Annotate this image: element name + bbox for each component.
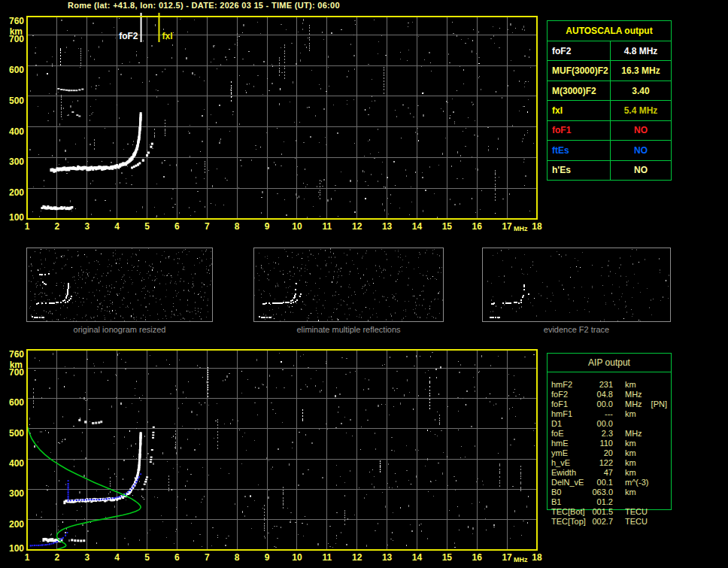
- aip-label: Ewidth: [551, 468, 589, 477]
- aip-unit: km: [613, 468, 636, 477]
- autoscala-row-M(3000)F2: M(3000)F23.40: [548, 80, 671, 100]
- x-tick-label: 2: [55, 221, 60, 232]
- aip-label: h_vE: [551, 458, 589, 467]
- aip-value: 04.8: [589, 390, 613, 399]
- aip-label: ymE: [551, 448, 589, 457]
- x-tick-label: 6: [174, 552, 180, 563]
- autoscala-row-value: 5.4 MHz: [611, 101, 671, 120]
- aip-row-TEC[Bot]: TEC[Bot]001.5TECU: [551, 506, 724, 516]
- autoscala-table-rows: foF24.8 MHzMUF(3000)F216.3 MHzM(3000)F23…: [548, 41, 671, 180]
- marker-label-fxI: fxI: [162, 31, 172, 41]
- aip-value: 47: [589, 468, 613, 477]
- x-tick-label: 14: [412, 221, 423, 232]
- aip-row-TEC[Top]: TEC[Top]002.7TECU: [551, 516, 724, 526]
- aip-unit: km: [613, 380, 636, 389]
- x-tick-label: 11: [322, 552, 332, 563]
- aip-value: 122: [589, 458, 613, 467]
- autoscala-row-h'Es: h'EsNO: [548, 160, 671, 180]
- autoscala-row-ftEs: ftEsNO: [548, 140, 671, 159]
- y-tick-label: 100: [9, 212, 24, 223]
- aip-value: 01.2: [589, 497, 613, 506]
- aip-header: AIP output: [548, 354, 671, 372]
- y-tick-label: 300: [9, 156, 24, 167]
- x-tick-label: 16: [472, 552, 483, 563]
- autoscala-row-MUF(3000)F2: MUF(3000)F216.3 MHz: [548, 60, 671, 80]
- x-tick-label: 16: [472, 221, 483, 232]
- x-tick-label: 1: [25, 221, 30, 232]
- aip-label: hmF2: [551, 380, 589, 389]
- y-axis-unit-label: km: [10, 360, 23, 370]
- thumbnail-caption: eliminate multiple reflections: [253, 325, 444, 334]
- x-tick-label: 4: [114, 552, 120, 563]
- aip-row-hmE: hmE110km: [551, 438, 724, 448]
- aip-row-D1: D100.0: [551, 418, 724, 428]
- x-tick-label: 13: [382, 552, 393, 563]
- aip-value: 20: [589, 448, 613, 457]
- autoscala-row-label: fxI: [548, 101, 611, 120]
- aip-unit: km: [613, 488, 636, 497]
- autoscala-output-table: AUTOSCALA output foF24.8 MHzMUF(3000)F21…: [547, 20, 672, 181]
- y-tick-label: 500: [9, 96, 24, 106]
- aip-row-hmF1: hmF1---km: [551, 409, 724, 418]
- thumbnail-trace: [259, 283, 301, 318]
- y-tick-label: 300: [9, 488, 24, 499]
- trace-electron-density-profile: [28, 427, 141, 550]
- aip-unit: TECU: [613, 507, 648, 516]
- autoscala-row-label: h'Es: [548, 161, 611, 180]
- x-axis-unit-label: MHz: [514, 556, 528, 563]
- thumbnail-original-ionogram-image: [26, 248, 213, 322]
- autoscala-row-value: NO: [611, 141, 671, 159]
- x-tick-label: 8: [235, 552, 240, 563]
- aip-row-DelN_vE: DelN_vE00.1m^(-3): [551, 477, 724, 487]
- x-tick-label: 15: [442, 552, 453, 563]
- y-tick-label: 600: [9, 397, 24, 408]
- thumbnail-noise: [487, 249, 669, 322]
- x-tick-label: 5: [144, 221, 150, 232]
- x-tick-label: 18: [532, 221, 542, 232]
- x-tick-label: 3: [84, 221, 89, 232]
- thumbnail-trace: [490, 284, 529, 318]
- thumbnail-noise: [254, 248, 444, 321]
- autoscala-row-value: NO: [611, 161, 671, 180]
- aip-value: 231: [589, 380, 613, 389]
- x-tick-label: 7: [205, 221, 210, 232]
- aip-row-ymE: ymE20km: [551, 448, 724, 457]
- y-tick-label: 400: [9, 126, 24, 137]
- x-tick-label: 8: [235, 221, 240, 232]
- axis-labels: 760700600500400300200100km12345678910111…: [9, 16, 542, 232]
- aip-label: foE: [551, 429, 589, 438]
- aip-label: D1: [551, 419, 589, 428]
- aip-label: B0: [551, 488, 589, 497]
- aip-row-B0: B0063.0km: [551, 487, 724, 497]
- grid-lines: [27, 17, 537, 219]
- aip-value: 002.7: [589, 517, 613, 526]
- x-tick-label: 2: [55, 552, 60, 563]
- thumbnail-evidence-f2-trace: evidence F2 trace: [482, 248, 671, 322]
- x-tick-label: 6: [174, 221, 180, 232]
- x-tick-label: 10: [292, 221, 302, 232]
- autoscala-row-value: 16.3 MHz: [611, 61, 671, 80]
- aip-row-hmF2: hmF2231km: [551, 379, 724, 389]
- aip-unit: MHz: [613, 429, 642, 438]
- aip-label: foF1: [551, 399, 589, 409]
- thumbnail-eliminate-reflections: eliminate multiple reflections: [253, 248, 444, 322]
- x-tick-label: 17: [502, 552, 512, 563]
- aip-unit: km: [613, 439, 636, 448]
- aip-unit: MHz: [613, 390, 642, 399]
- aip-label: hmF1: [551, 409, 589, 418]
- x-tick-label: 13: [382, 221, 393, 232]
- aip-label: TEC[Top]: [551, 517, 589, 526]
- x-tick-label: 3: [84, 552, 89, 563]
- x-tick-label: 9: [265, 552, 270, 563]
- aip-unit: km: [613, 448, 636, 457]
- autoscala-row-foF2: foF24.8 MHz: [548, 41, 671, 60]
- autoscala-row-value: 3.40: [611, 81, 671, 100]
- x-tick-label: 12: [352, 552, 362, 563]
- aip-value: 00.0: [589, 419, 613, 428]
- x-tick-label: 11: [322, 221, 332, 232]
- y-tick-label: 200: [9, 519, 24, 530]
- autoscala-row-foF1: foF1NO: [548, 120, 671, 140]
- thumbnail-noise: [29, 248, 212, 322]
- x-tick-label: 12: [352, 221, 362, 232]
- aip-row-Ewidth: Ewidth47km: [551, 467, 724, 477]
